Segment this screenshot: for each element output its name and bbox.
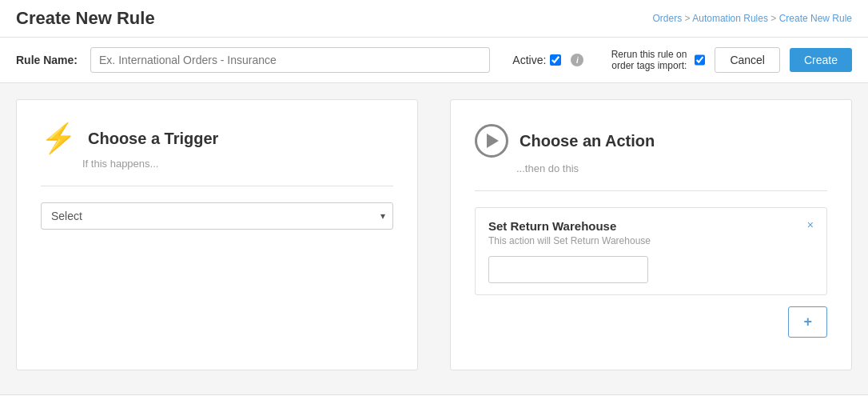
active-checkbox[interactable] (550, 54, 561, 66)
breadcrumb-current: Create New Rule (779, 13, 852, 24)
warehouse-input[interactable] (488, 256, 648, 283)
create-button[interactable]: Create (790, 48, 852, 72)
rule-name-input[interactable] (90, 47, 490, 73)
active-label: Active: (512, 54, 546, 66)
toolbar-right: Active: i Rerun this rule on order tags … (512, 47, 852, 73)
info-icon: i (571, 54, 583, 66)
add-action-row: + (475, 306, 827, 338)
trigger-select-wrapper: Select Order Created Order Updated Order… (41, 202, 393, 230)
action-section: Set Return Warehouse This action will Se… (475, 207, 827, 338)
main-content: ⚡ Choose a Trigger If this happens... Se… (0, 83, 868, 386)
action-divider (475, 190, 827, 191)
action-panel: Choose an Action ...then do this Set Ret… (450, 99, 852, 370)
lightning-icon: ⚡ (41, 124, 77, 153)
remove-action-button[interactable]: × (807, 219, 814, 230)
play-icon (475, 124, 508, 158)
trigger-divider (41, 186, 393, 186)
action-panel-title: Choose an Action (520, 132, 655, 150)
action-item-info: Set Return Warehouse This action will Se… (488, 219, 651, 246)
rule-name-label: Rule Name: (16, 54, 78, 66)
rerun-label-group: Rerun this rule on order tags import: (593, 49, 705, 71)
add-action-button[interactable]: + (788, 306, 827, 338)
action-panel-subtitle: ...then do this (475, 162, 827, 174)
trigger-panel: ⚡ Choose a Trigger If this happens... Se… (16, 99, 418, 370)
top-bar: Create New Rule Orders > Automation Rule… (0, 0, 868, 38)
toolbar: Rule Name: Active: i Rerun this rule on … (0, 38, 868, 83)
cancel-button[interactable]: Cancel (715, 47, 780, 73)
breadcrumb: Orders > Automation Rules > Create New R… (653, 13, 852, 24)
trigger-panel-header: ⚡ Choose a Trigger (41, 124, 393, 153)
breadcrumb-orders[interactable]: Orders (653, 13, 683, 24)
active-label-group: Active: (512, 54, 561, 66)
trigger-panel-title: Choose a Trigger (88, 130, 218, 148)
rerun-checkbox[interactable] (695, 54, 705, 66)
action-item: Set Return Warehouse This action will Se… (475, 207, 827, 295)
trigger-select[interactable]: Select Order Created Order Updated Order… (41, 202, 393, 230)
action-panel-header: Choose an Action (475, 124, 827, 158)
rerun-text: Rerun this rule on order tags import: (593, 49, 687, 71)
play-triangle (487, 134, 499, 148)
action-item-title: Set Return Warehouse (488, 219, 651, 233)
trigger-panel-subtitle: If this happens... (41, 158, 393, 170)
action-item-subtitle: This action will Set Return Warehouse (488, 235, 651, 246)
footer-bar (0, 394, 868, 404)
action-item-header: Set Return Warehouse This action will Se… (488, 219, 814, 246)
page-title: Create New Rule (16, 8, 155, 29)
breadcrumb-automation[interactable]: Automation Rules (692, 13, 768, 24)
